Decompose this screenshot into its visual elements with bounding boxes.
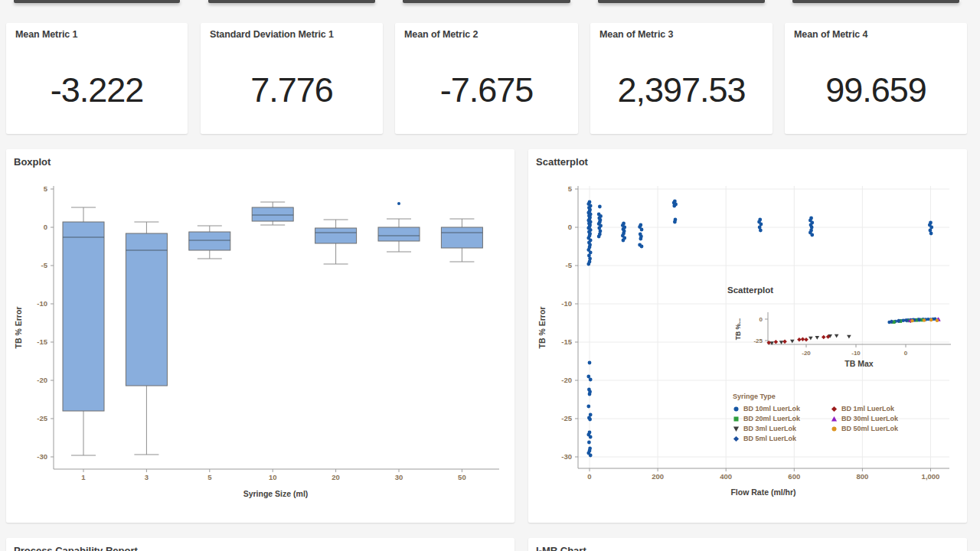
metric-value: 99.659 [785, 70, 967, 110]
scatterplot-legend: Syringe Type BD 10ml LuerLokBD 20ml Luer… [733, 393, 959, 444]
svg-text:-10: -10 [561, 299, 572, 308]
svg-text:-15: -15 [37, 337, 47, 346]
metric-card-std-dev-metric-1[interactable]: Standard Deviation Metric 1 7.776 [201, 23, 383, 134]
svg-text:400: 400 [720, 472, 732, 481]
svg-text:5: 5 [44, 184, 48, 193]
clipped-card-bottom-bar [14, 0, 180, 3]
svg-text:-5: -5 [566, 261, 573, 269]
legend-item-label: BD 3ml LuerLok [743, 424, 796, 434]
legend-title: Syringe Type [733, 393, 959, 400]
svg-text:-25: -25 [37, 414, 47, 422]
svg-text:TB % Error: TB % Error [537, 307, 547, 349]
imr-chart-panel[interactable]: I-MR Chart [528, 538, 967, 551]
metric-value: -7.675 [395, 70, 578, 110]
metric-label: Mean of Metric 2 [404, 29, 478, 40]
circle-marker-icon [831, 425, 838, 432]
legend-item: BD 5ml LuerLok [733, 434, 831, 444]
svg-text:30: 30 [395, 473, 403, 481]
clipped-card-bottom-bar [403, 0, 570, 3]
legend-item: BD 1ml LuerLok [831, 404, 938, 414]
inset-scatterplot: Scatterplot0-25-20-100TB MaxTB %... [727, 285, 951, 368]
svg-text:0: 0 [44, 223, 47, 231]
metric-card-mean-metric-1[interactable]: Mean Metric 1 -3.222 [6, 23, 188, 134]
legend-item-label: BD 30ml LuerLok [841, 414, 898, 424]
svg-text:0: 0 [587, 472, 591, 481]
legend-item-label: BD 5ml LuerLok [743, 434, 796, 444]
legend-item: BD 20ml LuerLok [733, 414, 831, 424]
clipped-card-bottom-bar [208, 0, 375, 3]
svg-text:200: 200 [652, 472, 664, 481]
metric-card-mean-metric-3[interactable]: Mean of Metric 3 2,397.53 [590, 23, 773, 134]
metric-card-mean-metric-4[interactable]: Mean of Metric 4 99.659 [785, 23, 967, 134]
panel-title: Scatterplot [536, 156, 588, 168]
svg-text:-20: -20 [37, 376, 47, 384]
clipped-card-bottom-bar [792, 0, 959, 3]
svg-text:-25: -25 [753, 337, 763, 344]
scatterplot-panel[interactable]: Scatterplot 50-5-10-15-20-25-30020040060… [528, 149, 967, 523]
legend-items: BD 10ml LuerLokBD 20ml LuerLokBD 3ml Lue… [733, 404, 959, 444]
legend-item-label: BD 10ml LuerLok [743, 404, 800, 414]
svg-text:-15: -15 [561, 337, 572, 346]
svg-text:10: 10 [269, 473, 277, 481]
svg-text:Flow Rate (ml/hr): Flow Rate (ml/hr) [730, 487, 795, 497]
svg-text:-20: -20 [802, 350, 811, 357]
svg-text:1: 1 [81, 473, 86, 481]
svg-text:-10: -10 [851, 350, 861, 357]
diamond-marker-icon [733, 435, 740, 442]
panel-title: Boxplot [14, 156, 51, 168]
metric-label: Standard Deviation Metric 1 [210, 29, 334, 40]
boxplot-chart: 50-5-10-15-20-25-3013510203050Syringe Si… [6, 172, 514, 513]
circle-marker-icon [733, 406, 740, 412]
legend-item: BD 30ml LuerLok [831, 414, 938, 424]
square-marker-icon [733, 416, 740, 422]
metric-card-mean-metric-2[interactable]: Mean of Metric 2 -7.675 [395, 23, 578, 134]
svg-text:5: 5 [207, 473, 212, 481]
svg-text:-30: -30 [561, 452, 572, 461]
svg-text:TB Max: TB Max [844, 359, 874, 368]
metric-value: 7.776 [201, 70, 383, 110]
scatterplot-chart: 50-5-10-15-20-25-3002004006008001,000Flo… [528, 172, 967, 513]
svg-text:Syringe Size (ml): Syringe Size (ml) [243, 489, 309, 498]
svg-text:0: 0 [904, 350, 908, 357]
svg-text:-20: -20 [561, 376, 572, 384]
svg-text:TB % Error: TB % Error [14, 307, 23, 349]
triangle-down-marker-icon [733, 425, 740, 432]
metric-value: -3.222 [6, 70, 188, 110]
metric-label: Mean Metric 1 [15, 29, 77, 40]
svg-text:-5: -5 [41, 261, 48, 269]
metric-label: Mean of Metric 4 [794, 29, 867, 40]
panel-title: I-MR Chart [536, 545, 586, 551]
metric-value: 2,397.53 [590, 70, 773, 110]
legend-item-label: BD 1ml LuerLok [841, 404, 894, 414]
legend-item-label: BD 50ml LuerLok [841, 424, 898, 434]
svg-text:TB %...: TB %... [734, 318, 742, 340]
legend-item: BD 50ml LuerLok [831, 424, 938, 434]
metric-label: Mean of Metric 3 [599, 29, 673, 40]
diamond-marker-icon [831, 406, 838, 412]
legend-item: BD 10ml LuerLok [733, 404, 831, 414]
svg-text:-10: -10 [37, 299, 47, 308]
triangle-up-marker-icon [831, 416, 838, 422]
svg-text:3: 3 [145, 473, 149, 481]
svg-text:50: 50 [458, 473, 466, 481]
svg-text:5: 5 [568, 184, 573, 193]
svg-text:0: 0 [568, 223, 572, 231]
svg-text:20: 20 [332, 473, 340, 481]
svg-text:-25: -25 [561, 414, 572, 422]
svg-text:800: 800 [856, 472, 868, 481]
svg-text:0: 0 [760, 316, 763, 323]
boxplot-panel[interactable]: Boxplot 50-5-10-15-20-25-3013510203050Sy… [6, 149, 514, 523]
boxplot-boxes [63, 202, 482, 455]
svg-text:1,000: 1,000 [922, 472, 940, 481]
process-capability-panel[interactable]: Process Capability Report [6, 538, 514, 551]
panel-title: Process Capability Report [14, 545, 138, 551]
legend-item-label: BD 20ml LuerLok [743, 414, 800, 424]
clipped-card-bottom-bar [598, 0, 765, 3]
svg-text:Scatterplot: Scatterplot [727, 285, 773, 295]
svg-text:600: 600 [788, 472, 800, 481]
svg-text:-30: -30 [37, 452, 47, 461]
legend-item: BD 3ml LuerLok [733, 424, 831, 434]
